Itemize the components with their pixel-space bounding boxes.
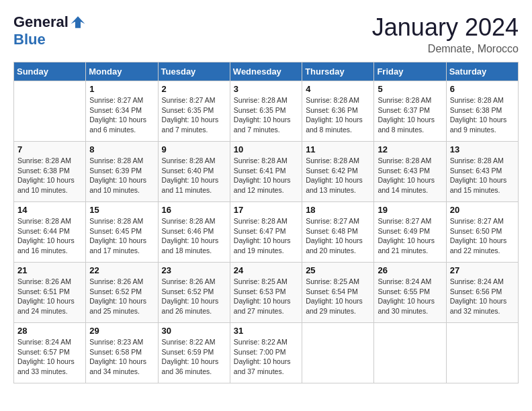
calendar-day-cell: 29 Sunrise: 8:23 AMSunset: 6:58 PMDaylig… xyxy=(86,323,158,383)
day-info: Sunrise: 8:28 AMSunset: 6:36 PMDaylight:… xyxy=(306,95,370,135)
logo-bird-icon xyxy=(70,14,86,30)
day-info: Sunrise: 8:28 AMSunset: 6:38 PMDaylight:… xyxy=(17,156,82,195)
calendar-day-cell xyxy=(302,323,374,383)
day-info: Sunrise: 8:25 AMSunset: 6:53 PMDaylight:… xyxy=(234,277,298,316)
day-info: Sunrise: 8:24 AMSunset: 6:56 PMDaylight:… xyxy=(450,277,515,316)
day-number: 17 xyxy=(234,205,298,215)
calendar-day-cell: 17 Sunrise: 8:28 AMSunset: 6:47 PMDaylig… xyxy=(230,202,302,263)
calendar-day-cell: 28 Sunrise: 8:24 AMSunset: 6:57 PMDaylig… xyxy=(14,323,86,383)
day-info: Sunrise: 8:27 AMSunset: 6:50 PMDaylight:… xyxy=(450,216,515,256)
calendar-week-row: 21 Sunrise: 8:26 AMSunset: 6:51 PMDaylig… xyxy=(14,263,519,323)
calendar-day-cell: 6 Sunrise: 8:28 AMSunset: 6:38 PMDayligh… xyxy=(446,81,518,142)
logo-blue-text: Blue xyxy=(13,31,46,48)
calendar-day-cell: 3 Sunrise: 8:28 AMSunset: 6:35 PMDayligh… xyxy=(230,81,302,142)
day-info: Sunrise: 8:26 AMSunset: 6:51 PMDaylight:… xyxy=(17,277,82,316)
calendar-day-cell: 18 Sunrise: 8:27 AMSunset: 6:48 PMDaylig… xyxy=(302,202,374,263)
day-info: Sunrise: 8:28 AMSunset: 6:37 PMDaylight:… xyxy=(378,95,442,135)
calendar-day-cell: 8 Sunrise: 8:28 AMSunset: 6:39 PMDayligh… xyxy=(86,142,158,202)
calendar-day-cell: 21 Sunrise: 8:26 AMSunset: 6:51 PMDaylig… xyxy=(14,263,86,323)
day-number: 8 xyxy=(89,144,154,154)
day-number: 19 xyxy=(378,205,442,215)
day-number: 11 xyxy=(306,144,370,154)
day-number: 25 xyxy=(306,265,370,275)
day-info: Sunrise: 8:25 AMSunset: 6:54 PMDaylight:… xyxy=(306,277,370,316)
day-number: 23 xyxy=(162,265,226,275)
calendar-day-cell: 5 Sunrise: 8:28 AMSunset: 6:37 PMDayligh… xyxy=(374,81,446,142)
day-info: Sunrise: 8:24 AMSunset: 6:55 PMDaylight:… xyxy=(378,277,442,316)
calendar-day-cell xyxy=(446,323,518,383)
day-number: 21 xyxy=(17,265,82,275)
day-info: Sunrise: 8:28 AMSunset: 6:43 PMDaylight:… xyxy=(378,156,442,195)
day-number: 7 xyxy=(17,144,82,154)
day-info: Sunrise: 8:22 AMSunset: 6:59 PMDaylight:… xyxy=(162,337,226,377)
title-area: January 2024 Demnate, Morocco xyxy=(372,13,519,55)
day-number: 4 xyxy=(306,84,370,94)
calendar-day-cell: 4 Sunrise: 8:28 AMSunset: 6:36 PMDayligh… xyxy=(302,81,374,142)
calendar-day-cell: 26 Sunrise: 8:24 AMSunset: 6:55 PMDaylig… xyxy=(374,263,446,323)
day-header: Friday xyxy=(374,62,446,81)
calendar-week-row: 7 Sunrise: 8:28 AMSunset: 6:38 PMDayligh… xyxy=(14,142,519,202)
day-number: 2 xyxy=(162,84,226,94)
day-info: Sunrise: 8:28 AMSunset: 6:47 PMDaylight:… xyxy=(234,216,298,256)
day-number: 10 xyxy=(234,144,298,154)
day-number: 1 xyxy=(89,84,154,94)
day-number: 24 xyxy=(234,265,298,275)
day-number: 20 xyxy=(450,205,515,215)
day-number: 22 xyxy=(89,265,154,275)
calendar-week-row: 14 Sunrise: 8:28 AMSunset: 6:44 PMDaylig… xyxy=(14,202,519,263)
day-number: 5 xyxy=(378,84,442,94)
calendar-day-cell: 7 Sunrise: 8:28 AMSunset: 6:38 PMDayligh… xyxy=(14,142,86,202)
day-info: Sunrise: 8:23 AMSunset: 6:58 PMDaylight:… xyxy=(89,337,154,377)
calendar-day-cell xyxy=(374,323,446,383)
calendar-week-row: 28 Sunrise: 8:24 AMSunset: 6:57 PMDaylig… xyxy=(14,323,519,383)
day-number: 3 xyxy=(234,84,298,94)
calendar-day-cell: 11 Sunrise: 8:28 AMSunset: 6:42 PMDaylig… xyxy=(302,142,374,202)
day-number: 15 xyxy=(89,205,154,215)
calendar-day-cell: 1 Sunrise: 8:27 AMSunset: 6:34 PMDayligh… xyxy=(86,81,158,142)
day-number: 16 xyxy=(162,205,226,215)
calendar-day-cell: 14 Sunrise: 8:28 AMSunset: 6:44 PMDaylig… xyxy=(14,202,86,263)
day-header: Monday xyxy=(86,62,158,81)
day-number: 29 xyxy=(89,326,154,336)
day-info: Sunrise: 8:28 AMSunset: 6:41 PMDaylight:… xyxy=(234,156,298,195)
calendar-day-cell: 22 Sunrise: 8:26 AMSunset: 6:52 PMDaylig… xyxy=(86,263,158,323)
month-title: January 2024 xyxy=(372,13,519,42)
calendar-table: SundayMondayTuesdayWednesdayThursdayFrid… xyxy=(13,62,519,383)
day-header: Wednesday xyxy=(230,62,302,81)
calendar-day-cell: 30 Sunrise: 8:22 AMSunset: 6:59 PMDaylig… xyxy=(158,323,230,383)
calendar-day-cell: 12 Sunrise: 8:28 AMSunset: 6:43 PMDaylig… xyxy=(374,142,446,202)
day-number: 30 xyxy=(162,326,226,336)
day-number: 26 xyxy=(378,265,442,275)
day-info: Sunrise: 8:28 AMSunset: 6:35 PMDaylight:… xyxy=(234,95,298,135)
day-header: Sunday xyxy=(14,62,86,81)
day-info: Sunrise: 8:28 AMSunset: 6:44 PMDaylight:… xyxy=(17,216,82,256)
day-info: Sunrise: 8:27 AMSunset: 6:49 PMDaylight:… xyxy=(378,216,442,256)
calendar-day-cell: 16 Sunrise: 8:28 AMSunset: 6:46 PMDaylig… xyxy=(158,202,230,263)
day-number: 31 xyxy=(234,326,298,336)
logo: General Blue xyxy=(13,13,86,48)
day-info: Sunrise: 8:27 AMSunset: 6:48 PMDaylight:… xyxy=(306,216,370,256)
calendar-day-cell xyxy=(14,81,86,142)
day-info: Sunrise: 8:28 AMSunset: 6:46 PMDaylight:… xyxy=(162,216,226,256)
day-number: 12 xyxy=(378,144,442,154)
calendar-day-cell: 10 Sunrise: 8:28 AMSunset: 6:41 PMDaylig… xyxy=(230,142,302,202)
day-info: Sunrise: 8:22 AMSunset: 7:00 PMDaylight:… xyxy=(234,337,298,377)
day-number: 18 xyxy=(306,205,370,215)
day-info: Sunrise: 8:28 AMSunset: 6:40 PMDaylight:… xyxy=(162,156,226,195)
calendar-day-cell: 31 Sunrise: 8:22 AMSunset: 7:00 PMDaylig… xyxy=(230,323,302,383)
calendar-day-cell: 2 Sunrise: 8:27 AMSunset: 6:35 PMDayligh… xyxy=(158,81,230,142)
calendar-day-cell: 24 Sunrise: 8:25 AMSunset: 6:53 PMDaylig… xyxy=(230,263,302,323)
day-info: Sunrise: 8:27 AMSunset: 6:34 PMDaylight:… xyxy=(89,95,154,135)
calendar-week-row: 1 Sunrise: 8:27 AMSunset: 6:34 PMDayligh… xyxy=(14,81,519,142)
calendar-header-row: SundayMondayTuesdayWednesdayThursdayFrid… xyxy=(14,62,519,81)
day-number: 28 xyxy=(17,326,82,336)
day-header: Tuesday xyxy=(158,62,230,81)
day-number: 13 xyxy=(450,144,515,154)
calendar-day-cell: 25 Sunrise: 8:25 AMSunset: 6:54 PMDaylig… xyxy=(302,263,374,323)
calendar-day-cell: 9 Sunrise: 8:28 AMSunset: 6:40 PMDayligh… xyxy=(158,142,230,202)
day-number: 6 xyxy=(450,84,515,94)
day-info: Sunrise: 8:28 AMSunset: 6:39 PMDaylight:… xyxy=(89,156,154,195)
calendar-day-cell: 23 Sunrise: 8:26 AMSunset: 6:52 PMDaylig… xyxy=(158,263,230,323)
location: Demnate, Morocco xyxy=(372,43,519,55)
day-info: Sunrise: 8:28 AMSunset: 6:43 PMDaylight:… xyxy=(450,156,515,195)
